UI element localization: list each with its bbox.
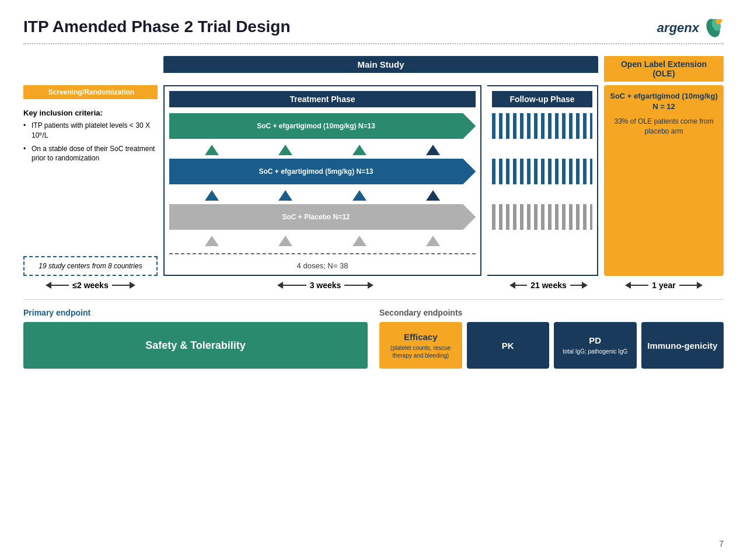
logo-icon <box>703 18 724 38</box>
followup-stripe-1 <box>492 113 592 139</box>
dashed-separator <box>169 253 476 254</box>
criteria-title: Key inclusion criteria: <box>23 108 158 117</box>
ole-note: 33% of OLE patients come from placebo ar… <box>610 117 718 136</box>
treatment-section: Treatment Phase SoC + efgartigimod (10mg… <box>163 85 481 276</box>
logo-area: argenx <box>657 18 724 38</box>
efficacy-sub: (platelet counts, rescue therapy and ble… <box>385 344 456 359</box>
page-title: ITP Amended Phase 2 Trial Design <box>23 18 291 36</box>
line-2b <box>344 285 368 286</box>
primary-box: Safety & Tolerability <box>23 322 368 369</box>
criteria-item-1: ITP patients with platelet levels < 30 X… <box>23 121 158 141</box>
arrow-left-3 <box>509 282 515 289</box>
line-2a <box>283 285 306 286</box>
arm1-arrow: SoC + efgartigimod (10mg/kg) N=13 <box>169 113 476 139</box>
svg-point-3 <box>719 19 722 22</box>
study-centers: 19 study centers from 8 countries <box>23 256 158 276</box>
secondary-label: Secondary endpoints <box>379 308 724 317</box>
chevron-gray-1 <box>205 236 219 246</box>
line-3b <box>570 285 582 286</box>
pd-sub: total IgG; pathogenic IgG <box>563 348 627 355</box>
timeline-label-followup: 21 weeks <box>527 281 570 290</box>
timeline-treatment: 3 weeks <box>158 281 493 290</box>
main-study-block: Main Study <box>163 56 598 82</box>
arm2-arrow: SoC + efgartigimod (5mg/kg) N=13 <box>169 159 476 184</box>
line-4a <box>631 285 648 286</box>
timeline-label-ole: 1 year <box>648 281 679 290</box>
header: ITP Amended Phase 2 Trial Design argenx <box>23 18 724 38</box>
header-divider <box>23 43 724 44</box>
chevron-dark-1 <box>426 145 440 155</box>
secondary-box-pd: PD total IgG; pathogenic IgG <box>554 322 637 369</box>
arm2-label: SoC + efgartigimod (5mg/kg) N=13 <box>169 159 463 184</box>
timeline-screening: ≤2 weeks <box>23 281 158 290</box>
secondary-box-immuno: Immuno-genicity <box>641 322 724 369</box>
secondary-endpoint: Secondary endpoints Efficacy (platelet c… <box>379 308 724 369</box>
chevron-teal-2 <box>278 145 292 155</box>
line-1a <box>51 285 69 286</box>
arm3-label: SoC + Placebo N=12 <box>169 204 463 230</box>
pd-title: PD <box>589 335 601 345</box>
ole-header: Open Label Extension (OLE) <box>604 56 724 82</box>
chevron-gray-4 <box>426 236 440 246</box>
chevron-gray-2 <box>278 236 292 246</box>
line-4b <box>679 285 697 286</box>
chevron-gray-3 <box>352 236 366 246</box>
arrow-right-2 <box>368 282 374 289</box>
secondary-boxes: Efficacy (platelet counts, rescue therap… <box>379 322 724 369</box>
arm1-label: SoC + efgartigimod (10mg/kg) N=13 <box>169 113 463 139</box>
left-area <box>23 56 158 82</box>
arrow-right-1 <box>130 282 135 289</box>
arm3-arrow: SoC + Placebo N=12 <box>169 204 476 230</box>
secondary-box-pk: PK <box>467 322 550 369</box>
followup-stripe-2 <box>492 159 592 184</box>
doses-label: 4 doses; N= 38 <box>169 261 476 270</box>
line-3a <box>515 285 527 286</box>
secondary-box-efficacy: Efficacy (platelet counts, rescue therap… <box>379 322 462 369</box>
screening-header: Screening/Randomization <box>23 85 158 99</box>
chevrons-row-1 <box>169 145 476 155</box>
arrow-left-1 <box>46 282 51 289</box>
ole-treatment: SoC + efgartigimod (10mg/kg) N = 12 <box>610 91 718 112</box>
criteria-list: ITP patients with platelet levels < 30 X… <box>23 121 158 163</box>
followup-content <box>492 113 592 235</box>
arrow-right-4 <box>697 282 703 289</box>
timeline-label-screening: ≤2 weeks <box>69 281 111 290</box>
arrow-left-4 <box>625 282 631 289</box>
followup-header: Follow-up Phase <box>492 91 592 107</box>
section-divider <box>23 299 724 300</box>
chevron-blue-2 <box>278 190 292 201</box>
followup-stripe-3 <box>492 204 592 230</box>
timeline-ole: 1 year <box>604 281 724 290</box>
pk-title: PK <box>502 341 514 351</box>
chevron-dark-2 <box>426 190 440 201</box>
ole-box: SoC + efgartigimod (10mg/kg) N = 12 33% … <box>604 85 724 276</box>
timeline-row: ≤2 weeks 3 weeks 21 weeks 1 year <box>23 281 724 290</box>
endpoints-area: Primary endpoint Safety & Tolerability S… <box>23 308 724 369</box>
page-container: ITP Amended Phase 2 Trial Design argenx … <box>0 0 747 560</box>
primary-endpoint: Primary endpoint Safety & Tolerability <box>23 308 368 369</box>
timeline-label-treatment: 3 weeks <box>306 281 345 290</box>
efficacy-title: Efficacy <box>404 332 438 342</box>
chevron-teal-3 <box>352 145 366 155</box>
immuno-title: Immuno-genicity <box>647 341 717 351</box>
chevrons-row-2 <box>169 190 476 201</box>
criteria-item-2: On a stable dose of their SoC treatment … <box>23 144 158 164</box>
timeline-followup: 21 weeks <box>493 281 604 290</box>
arrow-right-3 <box>582 282 588 289</box>
primary-label: Primary endpoint <box>23 308 368 317</box>
arrow-left-2 <box>277 282 283 289</box>
chevrons-row-3 <box>169 236 476 246</box>
main-study-header: Main Study <box>163 56 598 73</box>
chevron-blue-3 <box>352 190 366 201</box>
logo-text: argenx <box>657 20 699 36</box>
followup-section: Follow-up Phase <box>487 85 598 276</box>
criteria-section: Key inclusion criteria: ITP patients wit… <box>23 104 158 172</box>
left-info: Screening/Randomization Key inclusion cr… <box>23 85 158 276</box>
chevron-teal-1 <box>205 145 219 155</box>
diagram-row: Screening/Randomization Key inclusion cr… <box>23 85 724 276</box>
ole-label-area: Open Label Extension (OLE) <box>604 56 724 82</box>
treatment-header: Treatment Phase <box>169 91 476 107</box>
line-1b <box>112 285 130 286</box>
treatment-content: SoC + efgartigimod (10mg/kg) N=13 SoC + … <box>169 113 476 270</box>
chevron-blue-1 <box>205 190 219 201</box>
